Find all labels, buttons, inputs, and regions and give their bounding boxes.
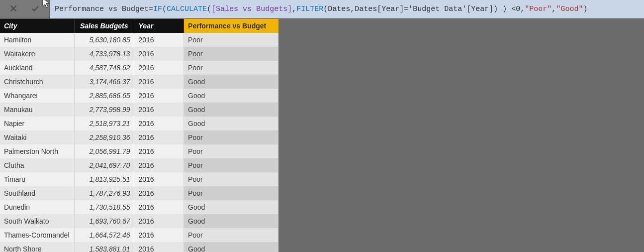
str-good: "Good" [556, 5, 583, 13]
formula-controls [0, 0, 50, 18]
table-row[interactable]: Timaru1,813,925.512016Poor [0, 172, 278, 186]
cell-year: 2016 [134, 89, 184, 103]
cell-year: 2016 [134, 47, 184, 61]
table-row[interactable]: Hamilton5,630,180.852016Poor [0, 33, 278, 47]
data-table: City Sales Budgets Year Performance vs B… [0, 19, 278, 252]
cell-budget: 1,664,572.46 [75, 228, 134, 242]
cell-budget: 4,587,748.62 [75, 61, 134, 75]
table-header-row: City Sales Budgets Year Performance vs B… [0, 19, 278, 33]
cell-year: 2016 [134, 200, 184, 214]
confirm-button[interactable] [29, 3, 42, 16]
cell-city: Palmerston North [0, 144, 75, 158]
cell-year: 2016 [134, 172, 184, 186]
cell-perf: Good [184, 200, 278, 214]
cell-perf: Poor [184, 172, 278, 186]
cell-city: North Shore [0, 242, 75, 252]
cell-city: South Waikato [0, 214, 75, 228]
cell-budget: 1,583,881.01 [75, 242, 134, 252]
formula-bar: Performance vs Budget = IF ( CALCULATE (… [0, 0, 644, 19]
cell-budget: 4,733,978.13 [75, 47, 134, 61]
cell-perf: Good [184, 103, 278, 117]
cell-city: Thames-Coromandel [0, 228, 75, 242]
cell-perf: Good [184, 89, 278, 103]
cell-perf: Poor [184, 186, 278, 200]
table-row[interactable]: Clutha2,041,697.702016Poor [0, 158, 278, 172]
cell-city: Christchurch [0, 75, 75, 89]
cell-city: Whangarei [0, 89, 75, 103]
fn-calculate: CALCULATE [167, 5, 207, 13]
fn-if: IF [153, 5, 162, 13]
table-row[interactable]: Whangarei2,885,686.652016Good [0, 89, 278, 103]
fn-filter: FILTER [296, 5, 323, 13]
check-icon [31, 4, 40, 15]
cell-year: 2016 [134, 242, 184, 252]
cell-perf: Poor [184, 158, 278, 172]
cell-year: 2016 [134, 144, 184, 158]
col-header-sales-budgets[interactable]: Sales Budgets [75, 19, 134, 33]
table-row[interactable]: Christchurch3,174,466.372016Good [0, 75, 278, 89]
cell-budget: 2,518,973.21 [75, 117, 134, 130]
formula-input[interactable]: Performance vs Budget = IF ( CALCULATE (… [50, 0, 644, 18]
cell-city: Waitaki [0, 130, 75, 144]
cell-budget: 2,885,686.65 [75, 89, 134, 103]
cell-budget: 3,174,466.37 [75, 75, 134, 89]
str-poor: "Poor" [525, 5, 552, 13]
cell-budget: 1,787,276.93 [75, 186, 134, 200]
cell-year: 2016 [134, 158, 184, 172]
cell-perf: Poor [184, 130, 278, 144]
col-header-year[interactable]: Year [134, 19, 184, 33]
cell-year: 2016 [134, 130, 184, 144]
data-table-container: City Sales Budgets Year Performance vs B… [0, 19, 278, 252]
table-row[interactable]: Manukau2,773,998.992016Good [0, 103, 278, 117]
cell-city: Hamilton [0, 33, 75, 47]
cell-year: 2016 [134, 228, 184, 242]
cell-year: 2016 [134, 186, 184, 200]
close-icon [9, 4, 18, 15]
cell-city: Dunedin [0, 200, 75, 214]
ref-sales-vs-budgets: [Sales vs Budgets] [211, 5, 292, 13]
cell-budget: 2,258,910.36 [75, 130, 134, 144]
cell-city: Timaru [0, 172, 75, 186]
cell-perf: Poor [184, 61, 278, 75]
cell-perf: Good [184, 214, 278, 228]
cell-year: 2016 [134, 75, 184, 89]
cell-budget: 2,773,998.99 [75, 103, 134, 117]
cell-budget: 2,041,697.70 [75, 158, 134, 172]
cell-budget: 1,730,518.55 [75, 200, 134, 214]
cell-budget: 2,056,991.79 [75, 144, 134, 158]
cell-perf: Good [184, 242, 278, 252]
measure-name: Performance vs Budget [55, 5, 149, 13]
cell-perf: Poor [184, 228, 278, 242]
col-header-city[interactable]: City [0, 19, 75, 33]
cell-year: 2016 [134, 61, 184, 75]
col-header-performance-vs-budget[interactable]: Performance vs Budget [184, 19, 278, 33]
table-row[interactable]: Dunedin1,730,518.552016Good [0, 200, 278, 214]
cell-city: Clutha [0, 158, 75, 172]
cell-budget: 5,630,180.85 [75, 33, 134, 47]
table-row[interactable]: Napier2,518,973.212016Good [0, 117, 278, 130]
cell-city: Auckland [0, 61, 75, 75]
cell-budget: 1,693,760.67 [75, 214, 134, 228]
cell-year: 2016 [134, 117, 184, 130]
cell-perf: Poor [184, 144, 278, 158]
cell-perf: Poor [184, 33, 278, 47]
cell-year: 2016 [134, 33, 184, 47]
cell-city: Napier [0, 117, 75, 130]
cell-city: Manukau [0, 103, 75, 117]
table-row[interactable]: Thames-Coromandel1,664,572.462016Poor [0, 228, 278, 242]
table-row[interactable]: Waitakere4,733,978.132016Poor [0, 47, 278, 61]
cell-year: 2016 [134, 214, 184, 228]
table-row[interactable]: North Shore1,583,881.012016Good [0, 242, 278, 252]
cell-city: Southland [0, 186, 75, 200]
table-row[interactable]: Auckland4,587,748.622016Poor [0, 61, 278, 75]
cell-city: Waitakere [0, 47, 75, 61]
table-row[interactable]: Palmerston North2,056,991.792016Poor [0, 144, 278, 158]
cell-perf: Good [184, 75, 278, 89]
cancel-button[interactable] [7, 3, 20, 16]
table-row[interactable]: Waitaki2,258,910.362016Poor [0, 130, 278, 144]
table-row[interactable]: Southland1,787,276.932016Poor [0, 186, 278, 200]
cell-year: 2016 [134, 103, 184, 117]
table-row[interactable]: South Waikato1,693,760.672016Good [0, 214, 278, 228]
cell-perf: Good [184, 117, 278, 130]
cell-budget: 1,813,925.51 [75, 172, 134, 186]
